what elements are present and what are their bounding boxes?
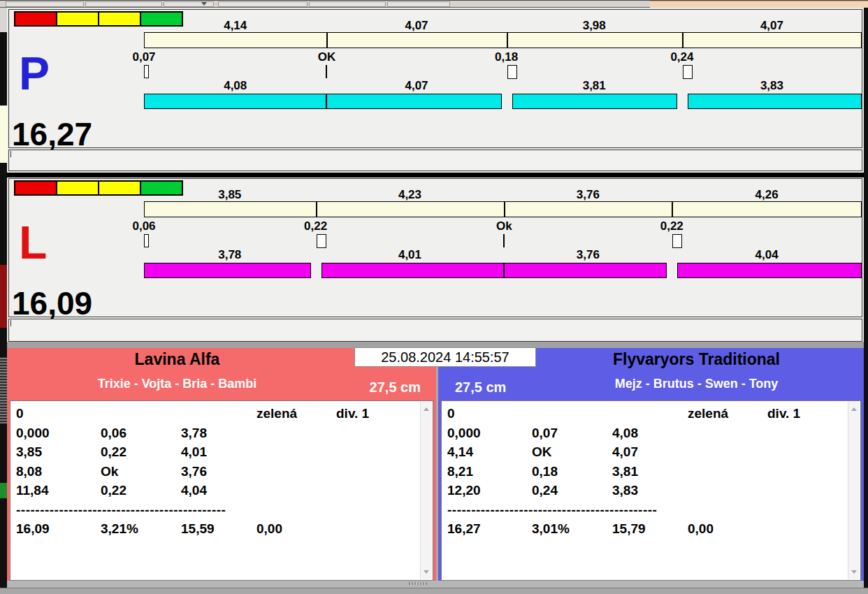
log-row: 0,0000,074,08 (447, 423, 860, 443)
log-cell: 8,21 (447, 462, 532, 481)
log-cell: 15,79 (612, 519, 688, 539)
log-cell: div. 1 (767, 404, 800, 423)
team-log-textarea[interactable]: 0zelenádiv. 10,0000,074,084,14OK4,078,21… (441, 400, 861, 581)
scroll-up-arrow-icon[interactable] (424, 407, 429, 411)
log-cell (256, 442, 336, 462)
flyball-timing-screen: P 16,27 4,144,073,984,07 0,07OK0,180,24 … (0, 0, 868, 594)
run-time-value: 3,81 (507, 79, 682, 92)
split-time-value: 4,23 (316, 188, 505, 201)
run-bar-segment (682, 94, 862, 109)
run-times-bar (144, 263, 862, 278)
scroll-down-arrow-icon[interactable] (424, 570, 429, 574)
log-row: 12,200,243,83 (447, 481, 860, 500)
log-cell: 4,07 (612, 442, 688, 462)
cross-time-value: 0,22 (304, 219, 327, 233)
scrollbar[interactable] (420, 402, 432, 579)
log-cell: 11,84 (16, 481, 101, 500)
log-row: 0zelenádiv. 1 (16, 404, 433, 423)
log-row: 16,093,21%15,590,00 (16, 519, 433, 539)
log-cell: 15,59 (181, 519, 256, 539)
log-cell (256, 423, 336, 443)
cross-time-value: 0,24 (670, 50, 693, 64)
splitter-grip[interactable] (409, 582, 427, 585)
log-cell (181, 404, 256, 423)
log-cell (532, 404, 612, 423)
split-time-value: 3,85 (144, 188, 316, 201)
bar-segment (326, 32, 506, 48)
bar-segment (672, 201, 862, 217)
split-time-value: 4,07 (326, 19, 506, 31)
log-cell: 0,24 (532, 481, 612, 500)
log-cell: zelená (688, 404, 767, 423)
split-time-labels: 4,144,073,984,07 (144, 19, 862, 31)
cross-time-value: 0,22 (660, 219, 683, 233)
background-window-left-sliver (0, 8, 7, 594)
cross-marker-ok (503, 234, 505, 247)
lane-l-note-field[interactable] (8, 319, 862, 342)
lane-left-l: L 16,09 3,854,233,764,26 0,060,22Ok0,22 … (8, 178, 862, 317)
run-time-value: 4,04 (672, 248, 862, 261)
team-log-text: 0zelenádiv. 10,0000,063,783,850,224,018,… (10, 401, 433, 539)
log-cell (101, 404, 181, 423)
jump-height-label: 27,5 cm (370, 379, 421, 396)
lane-total-time: 16,27 (12, 118, 92, 150)
bar-segment (144, 201, 316, 217)
log-cell (688, 462, 767, 481)
cross-time-value: OK (318, 50, 336, 64)
cross-marker-fault (317, 234, 326, 248)
team-panel-lavina-alfa: Lavina Alfa Trixie - Vojta - Bria - Bamb… (7, 348, 438, 581)
lane-letter: L (19, 219, 47, 266)
log-cell: 3,85 (16, 442, 101, 462)
log-cell: 16,27 (447, 519, 532, 539)
team-panel-flyvaryors-traditional: Flyvaryors Traditional Mejz - Brutus - S… (438, 348, 864, 581)
background-window-area (650, 1, 868, 8)
team-log-textarea[interactable]: 0zelenádiv. 10,0000,063,783,850,224,018,… (10, 400, 433, 581)
team-log-text: 0zelenádiv. 10,0000,074,084,14OK4,078,21… (442, 401, 860, 539)
log-cell: 4,04 (181, 481, 256, 500)
scoreboard-bottom-band (7, 581, 864, 588)
scroll-up-arrow-icon[interactable] (851, 407, 857, 411)
run-time-labels: 4,084,073,813,83 (144, 79, 862, 92)
log-cell: div. 1 (336, 404, 369, 423)
log-cell: 0,22 (101, 442, 181, 462)
status-light (14, 180, 57, 196)
lane-p-note-field[interactable] (8, 150, 862, 171)
jump-height-label: 27,5 cm (455, 379, 506, 396)
run-bar-fill (321, 263, 505, 278)
run-bar-fill (504, 263, 667, 278)
cross-time-value: Ok (496, 219, 512, 233)
run-time-value: 3,83 (682, 79, 862, 92)
lane-track: 3,854,233,764,26 0,060,22Ok0,22 3,784,01… (144, 179, 862, 317)
lane-letter: P (19, 50, 50, 96)
cross-marker-start (144, 234, 149, 247)
split-time-value: 3,76 (504, 188, 672, 201)
log-cell: 3,78 (181, 423, 256, 443)
log-cell: 0,07 (532, 423, 612, 443)
lane-track: 4,144,073,984,07 0,07OK0,180,24 4,084,07… (144, 10, 862, 147)
log-cell: 0 (447, 404, 532, 423)
log-row: ----------------------------------------… (447, 500, 860, 520)
run-time-labels: 3,784,013,764,04 (144, 248, 862, 261)
split-times-bar (144, 201, 862, 217)
cross-time-labels: 0,060,22Ok0,22 (144, 219, 862, 232)
status-light (98, 11, 141, 27)
split-time-value: 4,26 (672, 188, 862, 201)
log-cell (688, 481, 767, 500)
status-bar (0, 588, 868, 594)
cross-time-value: 0,18 (495, 50, 518, 64)
cross-marker-fault (507, 65, 517, 79)
run-bar-fill (144, 94, 326, 109)
status-light (14, 11, 57, 27)
log-cell (612, 404, 688, 423)
cross-time-value: 0,06 (132, 219, 155, 233)
scroll-down-arrow-icon[interactable] (851, 570, 857, 574)
log-cell: 0,00 (256, 519, 336, 539)
run-bar-fill (677, 263, 862, 278)
background-tab (387, 1, 450, 7)
run-bar-fill (512, 94, 677, 109)
log-cell: 0,18 (532, 462, 612, 481)
log-cell (256, 462, 336, 481)
scrollbar[interactable] (848, 402, 860, 579)
log-cell: 4,01 (181, 442, 256, 462)
log-row: 11,840,224,04 (16, 481, 433, 500)
